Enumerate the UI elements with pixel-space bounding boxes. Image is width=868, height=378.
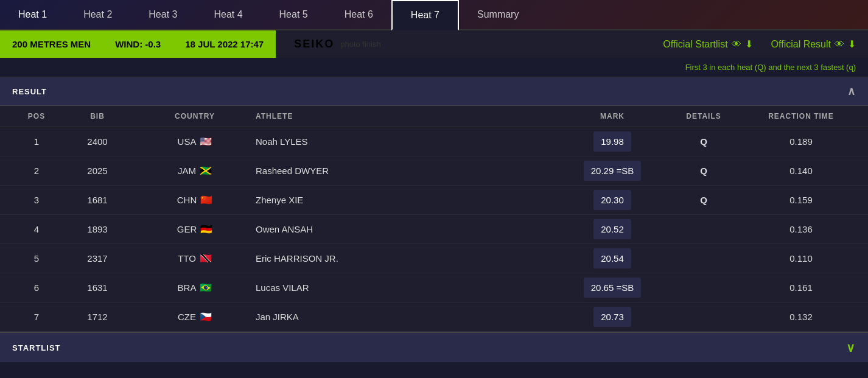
cell-reaction: 0.159 (746, 195, 856, 205)
cell-details: Q (661, 166, 746, 176)
chevron-down-icon: ∨ (846, 340, 856, 355)
country-code: GER (177, 224, 197, 234)
country-code: JAM (178, 166, 196, 176)
mark-value: 20.54 (593, 248, 631, 268)
cell-bib: 1712 (61, 312, 134, 322)
flag-icon: 🇩🇪 (200, 223, 212, 235)
col-reaction: REACTION TIME (746, 112, 856, 121)
table-row: 1 2400 USA 🇺🇸 Noah LYLES 19.98 Q 0.189 (0, 127, 868, 156)
startlist-section-header[interactable]: STARTLIST ∨ (0, 332, 868, 362)
flag-icon: 🇺🇸 (200, 136, 212, 147)
cell-pos: 6 (12, 282, 61, 293)
cell-athlete: Rasheed DWYER (256, 166, 564, 176)
cell-athlete: Eric HARRISON JR. (256, 253, 564, 264)
flag-icon: 🇹🇹 (200, 253, 212, 264)
mark-value: 20.30 (593, 190, 631, 210)
col-pos: POS (12, 112, 61, 121)
cell-bib: 2025 (61, 166, 134, 176)
cell-reaction: 0.132 (746, 312, 856, 322)
cell-athlete: Jan JIRKA (256, 312, 564, 322)
cell-pos: 4 (12, 224, 61, 234)
cell-country: CZE 🇨🇿 (134, 311, 256, 323)
cell-reaction: 0.189 (746, 136, 856, 147)
cell-bib: 1893 (61, 224, 134, 234)
eye-icon-2: 👁 (835, 39, 844, 50)
startlist-title: STARTLIST (12, 343, 61, 352)
col-athlete: ATHLETE (256, 112, 564, 121)
col-country: COUNTRY (134, 112, 256, 121)
col-bib: BIB (61, 112, 134, 121)
mark-value: 20.52 (593, 219, 631, 239)
cell-pos: 3 (12, 195, 61, 205)
qual-info: First 3 in each heat (Q) and the next 3 … (0, 58, 868, 77)
result-section-header[interactable]: RESULT ∧ (0, 77, 868, 106)
cell-reaction: 0.161 (746, 282, 856, 293)
flag-icon: 🇯🇲 (200, 165, 212, 177)
event-header: 200 METRES MEN WIND: -0.3 18 JUL 2022 17… (0, 30, 868, 58)
eye-icon: 👁 (732, 39, 741, 50)
official-links: Official Startlist 👁 ⬇ Official Result 👁… (651, 30, 868, 58)
tab-heat7[interactable]: Heat 7 (391, 0, 459, 30)
cell-country: GER 🇩🇪 (134, 223, 256, 235)
country-code: TTO (178, 253, 196, 264)
table-row: 2 2025 JAM 🇯🇲 Rasheed DWYER 20.29 =SB Q … (0, 156, 868, 186)
cell-pos: 7 (12, 312, 61, 322)
col-mark: MARK (564, 112, 661, 121)
flag-icon: 🇧🇷 (200, 282, 212, 293)
cell-details: Q (661, 136, 746, 147)
cell-pos: 5 (12, 253, 61, 264)
cell-bib: 2400 (61, 136, 134, 147)
cell-athlete: Lucas VILAR (256, 282, 564, 293)
official-startlist-label: Official Startlist (663, 39, 727, 50)
cell-athlete: Noah LYLES (256, 136, 564, 147)
cell-reaction: 0.110 (746, 253, 856, 264)
tab-summary[interactable]: Summary (459, 0, 537, 29)
table-row: 7 1712 CZE 🇨🇿 Jan JIRKA 20.73 0.132 (0, 303, 868, 332)
download-icon-2: ⬇ (848, 38, 856, 50)
download-icon: ⬇ (745, 38, 753, 50)
seiko-section: SEIKO photo finish (276, 30, 651, 58)
tab-heat6[interactable]: Heat 6 (326, 0, 391, 29)
official-result-link[interactable]: Official Result 👁 ⬇ (771, 38, 856, 50)
photo-finish-label: photo finish (340, 40, 381, 49)
mark-value: 20.65 =SB (584, 278, 641, 298)
tab-heat3[interactable]: Heat 3 (130, 0, 195, 29)
result-title: RESULT (12, 87, 47, 96)
cell-mark: 20.52 (564, 224, 661, 234)
flag-icon: 🇨🇳 (200, 194, 212, 206)
mark-value: 20.29 =SB (584, 161, 641, 181)
tab-heat1[interactable]: Heat 1 (0, 0, 65, 29)
official-result-label: Official Result (771, 39, 831, 50)
tab-heat2[interactable]: Heat 2 (65, 0, 130, 29)
mark-value: 19.98 (593, 131, 631, 152)
flag-icon: 🇨🇿 (200, 311, 212, 323)
event-info: 200 METRES MEN WIND: -0.3 18 JUL 2022 17… (0, 30, 276, 58)
tab-heat5[interactable]: Heat 5 (261, 0, 326, 29)
cell-reaction: 0.140 (746, 166, 856, 176)
cell-country: BRA 🇧🇷 (134, 282, 256, 293)
country-code: CHN (177, 195, 197, 205)
cell-bib: 1681 (61, 195, 134, 205)
cell-country: CHN 🇨🇳 (134, 194, 256, 206)
table-row: 5 2317 TTO 🇹🇹 Eric HARRISON JR. 20.54 0.… (0, 244, 868, 273)
cell-country: USA 🇺🇸 (134, 136, 256, 147)
cell-details: Q (661, 195, 746, 205)
results-table-body: 1 2400 USA 🇺🇸 Noah LYLES 19.98 Q 0.189 2… (0, 127, 868, 332)
cell-mark: 20.30 (564, 195, 661, 205)
mark-value: 20.73 (593, 307, 631, 327)
cell-bib: 2317 (61, 253, 134, 264)
table-headers: POS BIB COUNTRY ATHLETE MARK DETAILS REA… (0, 106, 868, 127)
cell-athlete: Owen ANSAH (256, 224, 564, 234)
cell-athlete: Zhenye XIE (256, 195, 564, 205)
country-code: CZE (178, 312, 196, 322)
table-row: 6 1631 BRA 🇧🇷 Lucas VILAR 20.65 =SB 0.16… (0, 273, 868, 303)
cell-mark: 20.73 (564, 312, 661, 322)
event-date: 18 JUL 2022 17:47 (185, 39, 264, 49)
col-details: DETAILS (661, 112, 746, 121)
table-row: 4 1893 GER 🇩🇪 Owen ANSAH 20.52 0.136 (0, 215, 868, 244)
cell-mark: 20.54 (564, 253, 661, 264)
official-startlist-link[interactable]: Official Startlist 👁 ⬇ (663, 38, 752, 50)
tab-heat4[interactable]: Heat 4 (195, 0, 261, 29)
cell-country: JAM 🇯🇲 (134, 165, 256, 177)
tabs-bar: Heat 1Heat 2Heat 3Heat 4Heat 5Heat 6Heat… (0, 0, 868, 30)
